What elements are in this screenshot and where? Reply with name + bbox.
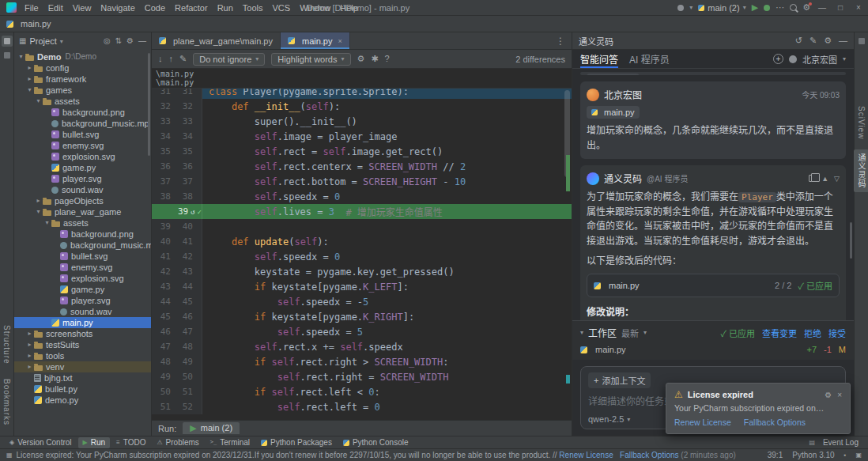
tree-item-player-svg[interactable]: player.svg — [14, 173, 151, 184]
popup-settings-gear-icon[interactable]: ⚙ — [825, 391, 832, 399]
toolwindow-problems[interactable]: ⚠Problems — [152, 437, 203, 448]
model-selector[interactable]: qwen-2.5 — [588, 414, 624, 424]
tree-expand-arrow[interactable]: ▾ — [43, 217, 51, 229]
popup-fallback-options-link[interactable]: Fallback Options — [744, 418, 806, 427]
code-line[interactable]: 3737 self.rect.bottom = SCREEN_HEIGHT - … — [152, 174, 572, 189]
toolwindow-todo[interactable]: ≡TODO — [111, 437, 150, 448]
stripe-label-0[interactable]: SciView — [855, 102, 867, 143]
code-line[interactable]: 39↺✓ self.lives = 3 # 增加玩家生命值属性 — [152, 204, 572, 219]
tree-item-bullet-svg[interactable]: bullet.svg — [14, 129, 151, 140]
next-difference-icon[interactable]: ↓ — [158, 55, 163, 63]
toolwindow-python-console[interactable]: Python Console — [338, 437, 413, 448]
stripe-label-bookmarks[interactable]: Bookmarks — [1, 375, 13, 429]
tree-item-config[interactable]: ▸config — [14, 62, 151, 74]
ai-history-icon[interactable]: ↺ — [795, 36, 802, 46]
code-line[interactable]: 3232 def __init__(self): — [152, 99, 572, 114]
status-renew-license-link[interactable]: Renew License — [559, 451, 613, 459]
code-line[interactable]: 4546 if keystate[pygame.K_RIGHT]: — [152, 309, 572, 324]
collapse-all-icon[interactable]: ⇅ — [115, 37, 122, 45]
project-tree-scrollbar[interactable] — [148, 53, 150, 156]
tree-expand-arrow[interactable]: ▸ — [25, 350, 34, 361]
tree-item-background-music-mp[interactable]: background_music.mp — [14, 240, 151, 251]
tree-expand-arrow[interactable]: ▸ — [25, 339, 34, 350]
tree-expand-arrow[interactable]: ▸ — [25, 361, 34, 372]
run-button[interactable]: ▶ — [752, 3, 758, 12]
code-line[interactable]: 4344 if keystate[pygame.K_LEFT]: — [152, 279, 572, 294]
attached-file-chip[interactable]: main.py — [587, 106, 640, 119]
code-line[interactable]: 4445 self.speedx = -5 — [152, 294, 572, 309]
ai-tab-chat[interactable]: 智能问答 — [580, 50, 618, 68]
code-line[interactable]: 5051 if self.rect.left < 0: — [152, 384, 572, 399]
tree-item-game-py[interactable]: game.py — [14, 162, 151, 173]
tree-item-enemy-svg[interactable]: enemy.svg — [14, 262, 151, 273]
status-fallback-options-link[interactable]: Fallback Options — [620, 451, 678, 459]
tree-item-enemy-svg[interactable]: enemy.svg — [14, 140, 151, 151]
ai-settings-gear-icon[interactable]: ⚙ — [824, 36, 832, 46]
tree-item-screenshots[interactable]: ▸screenshots — [14, 328, 151, 339]
reject-link[interactable]: 拒绝 — [804, 327, 821, 339]
tree-item-plane-war-game[interactable]: ▾plane_war_game — [14, 206, 151, 217]
menu-navigate[interactable]: Navigate — [96, 3, 139, 13]
more-actions-button[interactable]: ⋯ — [776, 3, 784, 12]
code-line[interactable]: 4142 self.speedx = 0 — [152, 249, 572, 264]
tab-options-kebab-icon[interactable]: ⋮ — [549, 32, 572, 49]
tree-expand-arrow[interactable]: ▸ — [34, 195, 43, 206]
ai-user-menu[interactable]: 北京宏图 — [802, 53, 837, 66]
previous-difference-icon[interactable]: ↑ — [169, 55, 174, 63]
settings-gear-icon[interactable]: ⚙ — [802, 3, 810, 12]
code-line[interactable]: 4950 self.rect.right = SCREEN_WIDTH — [152, 369, 572, 384]
chat-scrollbar-thumb[interactable] — [850, 222, 852, 259]
run-tab-main[interactable]: ▶ main (2) — [183, 422, 240, 434]
tab-main-py[interactable]: main.py × — [281, 32, 350, 49]
workspace-latest[interactable]: 最新 — [621, 327, 639, 339]
user-account-icon[interactable] — [677, 5, 684, 11]
menu-vcs[interactable]: VCS — [268, 3, 296, 13]
toolwindow-python-packages[interactable]: Python Packages — [256, 437, 337, 448]
python-interpreter[interactable]: Python 3.10 — [792, 451, 834, 459]
tree-expand-arrow[interactable]: ▾ — [25, 85, 34, 96]
ai-tab-programmer[interactable]: AI 程序员 — [629, 50, 670, 68]
applied-file-card[interactable]: main.py 2 / 2 ✓ 已应用 — [587, 274, 840, 297]
tree-item-background-music-mp[interactable]: background_music.mp — [14, 118, 151, 129]
code-line[interactable]: 5152 self.rect.left = 0 — [152, 399, 572, 414]
code-line[interactable]: 3535 self.rect = self.image.get_rect() — [152, 144, 572, 159]
popup-close-icon[interactable]: × — [837, 391, 842, 399]
menu-view[interactable]: View — [68, 3, 96, 13]
stripe-label-structure[interactable]: Structure — [1, 321, 13, 368]
toolwindow-run[interactable]: ▶Run — [78, 437, 111, 448]
maximize-button[interactable]: □ — [834, 3, 847, 12]
code-line[interactable]: 4748 self.rect.x += self.speedx — [152, 339, 572, 354]
tree-item-tools[interactable]: ▸tools — [14, 350, 151, 361]
tree-item-background-png[interactable]: background.png — [14, 229, 151, 240]
tree-item-sound-wav[interactable]: sound.wav — [14, 184, 151, 195]
code-line[interactable]: 3131class Player(pygame.sprite.Sprite): — [152, 89, 572, 99]
accept-link[interactable]: 接受 — [828, 327, 846, 339]
lock-icon[interactable]: ▪ — [844, 452, 847, 459]
code-line[interactable]: 4041 def update(self): — [152, 234, 572, 249]
tree-expand-arrow[interactable]: ▸ — [25, 74, 34, 85]
tree-item-pageobjects[interactable]: ▸pageObjects — [14, 195, 151, 206]
tree-item-framework[interactable]: ▸framework — [14, 74, 151, 85]
project-options-gear-icon[interactable]: ⚙ — [126, 37, 134, 45]
project-panel-title[interactable]: Project — [29, 36, 56, 46]
popup-renew-license-link[interactable]: Renew License — [674, 418, 731, 427]
toolwindow-switcher-icon[interactable]: ▦ — [6, 452, 13, 459]
workspace-file-name[interactable]: main.py — [595, 345, 626, 354]
diff-settings-gear-icon[interactable]: ⚙ — [357, 55, 365, 63]
toolwindow-terminal[interactable]: >_Terminal — [206, 437, 255, 448]
tab-plane-war-game-main-py[interactable]: plane_war_game\main.py — [152, 32, 281, 49]
menu-tools[interactable]: Tools — [238, 3, 268, 13]
code-line[interactable]: 4647 self.speedx = 5 — [152, 324, 572, 339]
tree-item-background-png[interactable]: background.png — [14, 107, 151, 118]
code-line[interactable]: 3940 — [152, 219, 572, 234]
tree-expand-arrow[interactable]: ▾ — [34, 206, 43, 217]
thumbs-up-icon[interactable]: ▲ — [821, 175, 828, 183]
highlight-policy-select[interactable]: Highlight words▾ — [271, 53, 350, 66]
close-tab-icon[interactable]: × — [338, 37, 342, 45]
tree-expand-arrow[interactable]: ▾ — [17, 51, 25, 62]
breadcrumb[interactable]: main.py — [21, 19, 51, 28]
tree-item-bullet-py[interactable]: bullet.py — [14, 384, 151, 395]
rollback-change-icon[interactable]: ↺ — [191, 208, 194, 216]
add-context-chip[interactable]: + 添加上下文 — [588, 372, 651, 388]
toolwindow-version-control[interactable]: ◈Version Control — [5, 437, 77, 448]
